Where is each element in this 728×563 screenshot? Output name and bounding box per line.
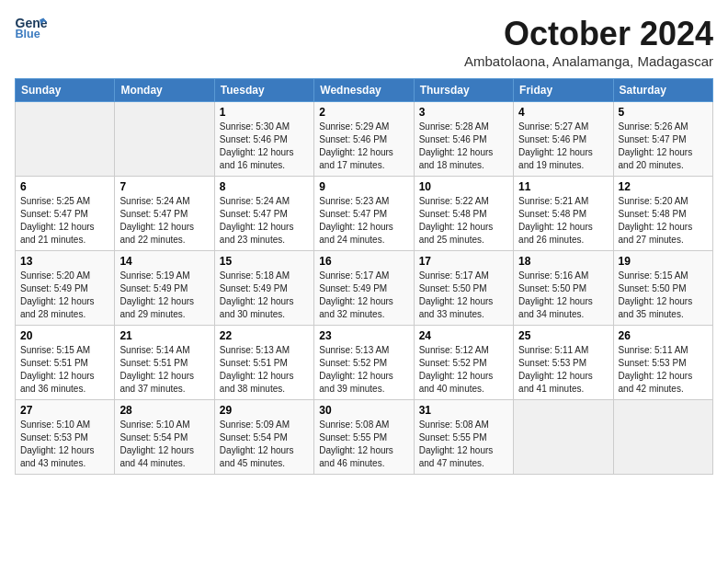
day-info: Sunrise: 5:26 AMSunset: 5:47 PMDaylight:… (619, 121, 708, 172)
day-number: 18 (518, 255, 608, 268)
day-number: 22 (220, 329, 309, 342)
day-number: 28 (119, 404, 209, 417)
day-number: 5 (619, 106, 708, 119)
table-row: 12Sunrise: 5:20 AMSunset: 5:48 PMDayligh… (613, 177, 712, 251)
day-number: 8 (220, 180, 309, 193)
table-row: 8Sunrise: 5:24 AMSunset: 5:47 PMDaylight… (214, 177, 313, 251)
day-number: 27 (20, 404, 109, 417)
table-row: 4Sunrise: 5:27 AMSunset: 5:46 PMDaylight… (514, 102, 613, 177)
page-header: General Blue October 2024 Ambatolaona, A… (15, 15, 713, 69)
day-info: Sunrise: 5:15 AMSunset: 5:51 PMDaylight:… (20, 344, 109, 396)
day-info: Sunrise: 5:10 AMSunset: 5:53 PMDaylight:… (20, 419, 109, 470)
table-row: 25Sunrise: 5:11 AMSunset: 5:53 PMDayligh… (514, 326, 613, 400)
day-info: Sunrise: 5:20 AMSunset: 5:48 PMDaylight:… (619, 195, 708, 247)
location-subtitle: Ambatolaona, Analamanga, Madagascar (464, 53, 713, 69)
table-row (613, 400, 712, 475)
day-number: 21 (119, 329, 209, 342)
day-info: Sunrise: 5:13 AMSunset: 5:52 PMDaylight:… (319, 344, 408, 396)
table-row: 3Sunrise: 5:28 AMSunset: 5:46 PMDaylight… (414, 102, 513, 177)
day-info: Sunrise: 5:15 AMSunset: 5:50 PMDaylight:… (619, 270, 708, 321)
table-row: 20Sunrise: 5:15 AMSunset: 5:51 PMDayligh… (16, 326, 115, 400)
calendar-week-row: 20Sunrise: 5:15 AMSunset: 5:51 PMDayligh… (16, 326, 713, 400)
table-row: 28Sunrise: 5:10 AMSunset: 5:54 PMDayligh… (115, 400, 214, 475)
day-number: 31 (419, 404, 508, 417)
calendar-week-row: 1Sunrise: 5:30 AMSunset: 5:46 PMDaylight… (16, 102, 713, 177)
day-number: 14 (119, 255, 209, 268)
day-info: Sunrise: 5:18 AMSunset: 5:49 PMDaylight:… (220, 270, 309, 321)
day-info: Sunrise: 5:13 AMSunset: 5:51 PMDaylight:… (220, 344, 309, 396)
title-section: October 2024 Ambatolaona, Analamanga, Ma… (464, 15, 713, 69)
table-row: 13Sunrise: 5:20 AMSunset: 5:49 PMDayligh… (16, 251, 115, 326)
table-row: 26Sunrise: 5:11 AMSunset: 5:53 PMDayligh… (613, 326, 712, 400)
day-number: 4 (518, 106, 608, 119)
day-number: 17 (419, 255, 508, 268)
table-row: 7Sunrise: 5:24 AMSunset: 5:47 PMDaylight… (115, 177, 214, 251)
day-number: 2 (319, 106, 408, 119)
table-row: 27Sunrise: 5:10 AMSunset: 5:53 PMDayligh… (16, 400, 115, 475)
day-info: Sunrise: 5:24 AMSunset: 5:47 PMDaylight:… (220, 195, 309, 247)
day-number: 24 (419, 329, 508, 342)
col-sunday: Sunday (16, 79, 115, 102)
col-friday: Friday (514, 79, 613, 102)
day-info: Sunrise: 5:27 AMSunset: 5:46 PMDaylight:… (518, 121, 608, 172)
table-row: 15Sunrise: 5:18 AMSunset: 5:49 PMDayligh… (214, 251, 313, 326)
table-row: 22Sunrise: 5:13 AMSunset: 5:51 PMDayligh… (214, 326, 313, 400)
col-thursday: Thursday (414, 79, 513, 102)
table-row: 1Sunrise: 5:30 AMSunset: 5:46 PMDaylight… (214, 102, 313, 177)
day-info: Sunrise: 5:23 AMSunset: 5:47 PMDaylight:… (319, 195, 408, 247)
day-info: Sunrise: 5:17 AMSunset: 5:49 PMDaylight:… (319, 270, 408, 321)
day-number: 11 (518, 180, 608, 193)
table-row (115, 102, 214, 177)
day-number: 13 (20, 255, 109, 268)
day-number: 15 (220, 255, 309, 268)
table-row: 10Sunrise: 5:22 AMSunset: 5:48 PMDayligh… (414, 177, 513, 251)
day-number: 20 (20, 329, 109, 342)
table-row: 5Sunrise: 5:26 AMSunset: 5:47 PMDaylight… (613, 102, 712, 177)
table-row (16, 102, 115, 177)
table-row: 21Sunrise: 5:14 AMSunset: 5:51 PMDayligh… (115, 326, 214, 400)
table-row: 11Sunrise: 5:21 AMSunset: 5:48 PMDayligh… (514, 177, 613, 251)
day-number: 9 (319, 180, 408, 193)
calendar-week-row: 27Sunrise: 5:10 AMSunset: 5:53 PMDayligh… (16, 400, 713, 475)
table-row: 30Sunrise: 5:08 AMSunset: 5:55 PMDayligh… (314, 400, 414, 475)
day-number: 16 (319, 255, 408, 268)
col-monday: Monday (115, 79, 214, 102)
svg-text:Blue: Blue (16, 28, 40, 40)
day-number: 10 (419, 180, 508, 193)
table-row: 16Sunrise: 5:17 AMSunset: 5:49 PMDayligh… (314, 251, 414, 326)
day-info: Sunrise: 5:24 AMSunset: 5:47 PMDaylight:… (119, 195, 209, 247)
day-info: Sunrise: 5:21 AMSunset: 5:48 PMDaylight:… (518, 195, 608, 247)
logo-icon: General Blue (15, 15, 48, 40)
day-info: Sunrise: 5:09 AMSunset: 5:54 PMDaylight:… (220, 419, 309, 470)
day-info: Sunrise: 5:11 AMSunset: 5:53 PMDaylight:… (619, 344, 708, 396)
day-info: Sunrise: 5:10 AMSunset: 5:54 PMDaylight:… (119, 419, 209, 470)
calendar-table: Sunday Monday Tuesday Wednesday Thursday… (15, 78, 713, 475)
day-info: Sunrise: 5:08 AMSunset: 5:55 PMDaylight:… (419, 419, 508, 470)
calendar-header-row: Sunday Monday Tuesday Wednesday Thursday… (16, 79, 713, 102)
day-number: 12 (619, 180, 708, 193)
table-row: 9Sunrise: 5:23 AMSunset: 5:47 PMDaylight… (314, 177, 414, 251)
day-info: Sunrise: 5:30 AMSunset: 5:46 PMDaylight:… (220, 121, 309, 172)
day-info: Sunrise: 5:25 AMSunset: 5:47 PMDaylight:… (20, 195, 109, 247)
day-number: 29 (220, 404, 309, 417)
day-number: 30 (319, 404, 408, 417)
table-row: 31Sunrise: 5:08 AMSunset: 5:55 PMDayligh… (414, 400, 513, 475)
col-saturday: Saturday (613, 79, 712, 102)
day-number: 3 (419, 106, 508, 119)
month-title: October 2024 (464, 15, 713, 53)
table-row: 29Sunrise: 5:09 AMSunset: 5:54 PMDayligh… (214, 400, 313, 475)
day-info: Sunrise: 5:19 AMSunset: 5:49 PMDaylight:… (119, 270, 209, 321)
day-number: 7 (119, 180, 209, 193)
table-row: 14Sunrise: 5:19 AMSunset: 5:49 PMDayligh… (115, 251, 214, 326)
col-tuesday: Tuesday (214, 79, 313, 102)
col-wednesday: Wednesday (314, 79, 414, 102)
table-row: 6Sunrise: 5:25 AMSunset: 5:47 PMDaylight… (16, 177, 115, 251)
table-row: 17Sunrise: 5:17 AMSunset: 5:50 PMDayligh… (414, 251, 513, 326)
day-number: 19 (619, 255, 708, 268)
day-info: Sunrise: 5:29 AMSunset: 5:46 PMDaylight:… (319, 121, 408, 172)
day-info: Sunrise: 5:20 AMSunset: 5:49 PMDaylight:… (20, 270, 109, 321)
day-number: 25 (518, 329, 608, 342)
day-number: 6 (20, 180, 109, 193)
day-number: 1 (220, 106, 309, 119)
day-number: 23 (319, 329, 408, 342)
